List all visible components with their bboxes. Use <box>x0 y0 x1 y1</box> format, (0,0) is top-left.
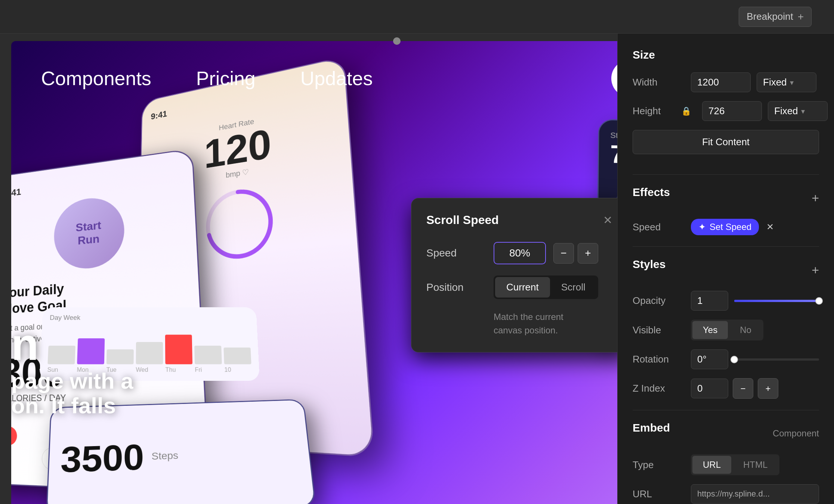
opacity-label: Opacity <box>633 295 685 307</box>
opacity-input[interactable] <box>691 291 728 311</box>
headline-text: n page with a on. It falls <box>11 320 133 418</box>
rotation-slider[interactable] <box>734 358 819 361</box>
embed-component-label: Component <box>773 428 819 439</box>
headline-sub1: page with a <box>11 369 133 393</box>
nav-link-components[interactable]: Components <box>41 67 151 90</box>
start-run-button[interactable]: StartRun <box>54 194 125 271</box>
width-mode-chevron: ▾ <box>790 78 794 87</box>
opacity-slider[interactable] <box>734 300 819 302</box>
speed-pill-remove-button[interactable]: ✕ <box>766 222 774 232</box>
calories-minus-button[interactable]: − <box>11 426 17 446</box>
height-mode-label: Fixed <box>774 105 798 117</box>
star-icon: ✦ <box>698 222 706 232</box>
effects-title: Effects <box>633 186 670 199</box>
type-toggle-group: URL HTML <box>691 454 779 475</box>
breakpoint-label: Breakpoint <box>747 11 793 22</box>
type-url-button[interactable]: URL <box>692 456 731 474</box>
fit-content-button[interactable]: Fit Content <box>633 130 819 154</box>
styles-title: Styles <box>633 258 665 271</box>
divider-3 <box>633 410 819 410</box>
type-label: Type <box>633 459 685 471</box>
size-section: Size Width Fixed ▾ Height 🔒 Fixed ▾ <box>633 49 819 163</box>
position-current-tab[interactable]: Current <box>495 277 550 298</box>
main-area: Components Pricing Updates SIGN UP 9:41 … <box>0 34 834 504</box>
styles-add-button[interactable]: + <box>812 263 819 277</box>
height-mode-select[interactable]: Fixed ▾ <box>768 101 828 121</box>
nav-link-updates[interactable]: Updates <box>300 67 373 90</box>
visible-no-button[interactable]: No <box>729 321 762 339</box>
modal-close-button[interactable]: ✕ <box>603 214 612 227</box>
canvas-area[interactable]: Components Pricing Updates SIGN UP 9:41 … <box>0 34 617 504</box>
hint-line2: canvas position. <box>494 325 558 335</box>
visible-label: Visible <box>633 324 685 336</box>
selection-handle[interactable] <box>393 37 401 45</box>
url-input[interactable] <box>691 484 819 504</box>
signup-button[interactable]: SIGN UP <box>611 60 617 97</box>
phone-left-time: 9:41 <box>11 165 181 199</box>
hint-line1: Match the current <box>494 312 563 322</box>
breakpoint-button[interactable]: Breakpoint + <box>739 7 812 27</box>
type-html-button[interactable]: HTML <box>733 456 778 474</box>
speed-steppers: − + <box>553 243 598 264</box>
height-label: Height <box>633 105 685 117</box>
speed-label: Speed <box>426 247 486 259</box>
rotation-input[interactable] <box>691 349 728 369</box>
width-mode-select[interactable]: Fixed ▾ <box>757 72 816 92</box>
preview-nav: Components Pricing Updates SIGN UP <box>11 41 617 116</box>
rotation-label: Rotation <box>633 354 685 365</box>
position-tabs: Current Scroll <box>494 276 598 299</box>
rotation-row: Rotation <box>633 349 819 369</box>
z-index-minus-button[interactable]: − <box>733 378 753 399</box>
steps-bottom-label: Steps <box>151 450 178 462</box>
embed-title: Embed <box>633 421 670 434</box>
effects-speed-label: Speed <box>633 221 685 233</box>
width-row: Width Fixed ▾ <box>633 72 819 92</box>
embed-section: Embed Component Type URL HTML URL Some w… <box>633 421 819 504</box>
divider-1 <box>633 174 819 175</box>
nav-link-pricing[interactable]: Pricing <box>196 67 256 90</box>
effects-section: Effects + Speed ✦ Set Speed ✕ <box>633 186 819 235</box>
steps-bottom-value: 3500 <box>60 436 144 480</box>
speed-row: Speed − + <box>426 242 612 264</box>
position-label: Position <box>426 281 486 293</box>
heart-ring <box>201 180 279 267</box>
speed-pill-container: ✦ Set Speed ✕ <box>691 219 774 235</box>
modal-title: Scroll Speed <box>426 213 499 227</box>
lock-icon: 🔒 <box>681 106 691 116</box>
breakpoint-plus-icon: + <box>798 11 804 23</box>
height-input[interactable] <box>702 101 762 121</box>
scroll-speed-modal: Scroll Speed ✕ Speed − + Position Curren… <box>411 198 617 352</box>
width-label: Width <box>633 77 685 88</box>
headline-n: n <box>11 320 133 369</box>
visible-toggle-group: Yes No <box>691 320 763 340</box>
steps-value: 720 <box>610 140 617 170</box>
effects-add-button[interactable]: + <box>812 191 819 205</box>
height-mode-chevron: ▾ <box>801 107 805 116</box>
styles-section: Styles + Opacity Visible Yes <box>633 258 819 399</box>
modal-hint: Match the current canvas position. <box>494 310 612 337</box>
speed-pill[interactable]: ✦ Set Speed <box>691 219 759 235</box>
visible-yes-button[interactable]: Yes <box>692 321 728 339</box>
embed-header: Embed Component <box>633 421 819 445</box>
z-index-stepper: − + <box>691 378 819 399</box>
z-index-plus-button[interactable]: + <box>758 378 778 399</box>
top-bar: Breakpoint + <box>0 0 834 34</box>
speed-minus-button[interactable]: − <box>553 243 574 264</box>
url-label: URL <box>633 488 685 500</box>
nav-links: Components Pricing Updates <box>41 67 373 90</box>
heart-rate-value: 120 <box>204 123 272 174</box>
z-index-input[interactable] <box>691 379 728 398</box>
headline-sub2: on. It falls <box>11 393 133 418</box>
visible-row: Visible Yes No <box>633 320 819 340</box>
opacity-row: Opacity <box>633 291 819 311</box>
url-row: URL <box>633 484 819 504</box>
speed-plus-button[interactable]: + <box>578 243 598 264</box>
styles-header: Styles + <box>633 258 819 282</box>
divider-2 <box>633 246 819 247</box>
speed-input[interactable] <box>494 242 546 264</box>
height-row: Height 🔒 Fixed ▾ <box>633 101 819 121</box>
z-index-row: Z Index − + <box>633 378 819 399</box>
speed-effect-row: Speed ✦ Set Speed ✕ <box>633 219 819 235</box>
width-input[interactable] <box>691 72 751 92</box>
position-scroll-tab[interactable]: Scroll <box>550 277 597 298</box>
